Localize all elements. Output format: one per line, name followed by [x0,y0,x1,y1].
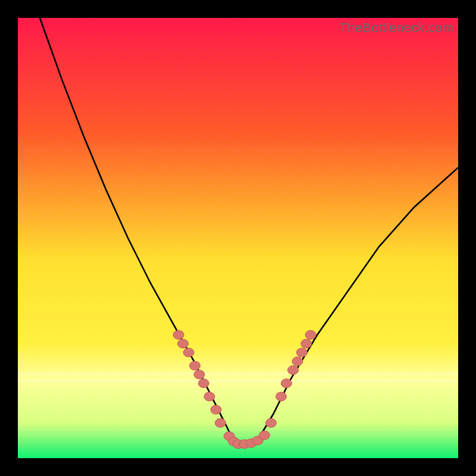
plot-area [18,18,458,458]
data-point [266,418,277,427]
svg-rect-2 [18,428,458,431]
svg-rect-3 [18,434,458,437]
data-point [211,405,221,414]
data-point [292,357,303,366]
watermark-text: TheBottleneck.com [339,20,453,36]
data-point [190,361,201,370]
data-point [183,348,194,357]
data-point [215,418,226,427]
svg-rect-5 [18,449,458,451]
data-point [178,339,189,348]
bottleneck-chart [18,18,458,458]
data-point [276,392,287,401]
data-point [305,330,316,339]
data-point [198,379,209,388]
data-point [204,392,215,401]
chart-frame: TheBottleneck.com [18,18,458,458]
data-point [194,370,205,379]
svg-rect-0 [18,372,458,375]
data-point [301,339,312,348]
gradient-bg [18,18,458,458]
data-point [296,348,307,357]
data-point [281,379,292,388]
data-point [173,330,184,339]
svg-rect-1 [18,380,458,383]
data-point [259,431,270,440]
data-point [288,366,299,375]
